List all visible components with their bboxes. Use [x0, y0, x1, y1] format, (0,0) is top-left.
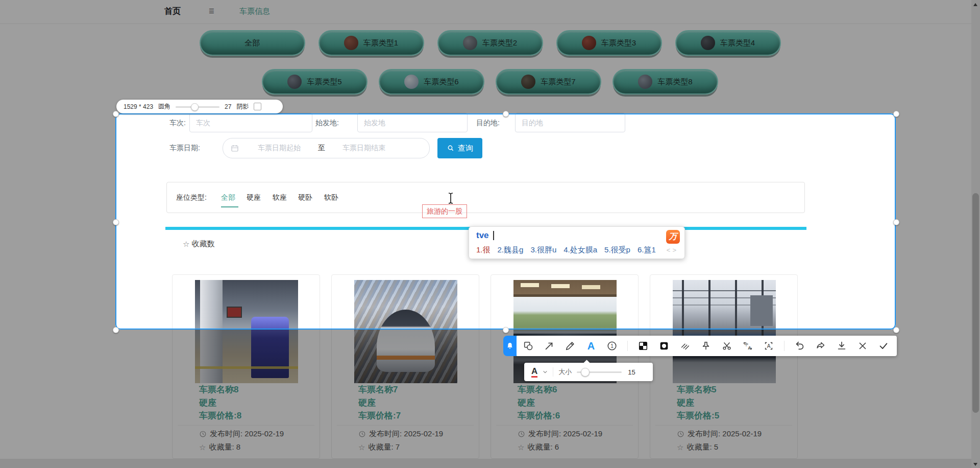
card-name: 车票名称5 [677, 384, 716, 395]
card-publish-time: 发布时间: 2025-02-19 [369, 429, 443, 439]
corner-radius-label: 圆角 [158, 102, 170, 111]
category-button-type2[interactable]: 车票类型2 [437, 30, 543, 56]
card-divider [337, 425, 474, 426]
text-annotation-box[interactable]: 旅游的一股 [422, 204, 467, 218]
card-name: 车票名称7 [358, 384, 398, 395]
snip-app-tab[interactable] [503, 336, 517, 356]
card-favorites: 收藏量: 8 [209, 442, 240, 452]
ime-candidate[interactable]: 2.魏县g [498, 245, 524, 255]
selection-handle-top-mid[interactable] [503, 111, 509, 117]
category-thumbnail [521, 75, 535, 89]
star-icon: ☆ [358, 443, 365, 452]
category-button-type5[interactable]: 车票类型5 [262, 69, 368, 95]
ime-candidate[interactable]: 3.很胖u [530, 245, 556, 255]
font-size-slider[interactable] [577, 368, 622, 376]
category-thumbnail [638, 75, 652, 89]
category-label: 车票类型3 [601, 38, 636, 48]
svg-text:1: 1 [610, 343, 614, 349]
ime-pager: <> [667, 246, 678, 254]
ime-next-icon[interactable]: > [672, 246, 678, 254]
snip-selection-region[interactable] [115, 113, 896, 330]
card-publish-row: 发布时间: 2025-02-19 [199, 429, 284, 439]
clock-icon [199, 430, 207, 438]
text-tool-icon[interactable]: A [585, 340, 597, 352]
arrow-tool-icon[interactable] [544, 340, 555, 352]
ime-logo-icon[interactable]: 万 [666, 230, 680, 244]
star-icon: ☆ [677, 443, 683, 452]
ime-prev-icon[interactable]: < [667, 246, 673, 254]
scroll-up-arrow-icon[interactable] [973, 3, 977, 6]
category-label: 车票类型4 [720, 38, 755, 48]
hatch-tool-icon[interactable] [679, 340, 691, 352]
pin-tool-icon[interactable] [700, 340, 712, 352]
card-publish-row: 发布时间: 2025-02-19 [677, 429, 762, 439]
selection-size-readout: 1529 * 423 [124, 103, 153, 110]
step-number-tool-icon[interactable]: 1 [606, 340, 618, 352]
category-button-all[interactable]: 全部 [200, 30, 305, 56]
card-favorites-row: ☆ 收藏量: 8 [199, 442, 240, 452]
ime-candidate[interactable]: 6.簋1 [638, 245, 656, 255]
selection-handle-left-mid[interactable] [113, 219, 119, 225]
clock-icon [677, 430, 684, 438]
selection-handle-bottom-right[interactable] [893, 327, 899, 333]
category-label: 车票类型6 [424, 77, 458, 87]
category-label: 全部 [244, 38, 260, 48]
menu-icon[interactable]: ☰ [209, 8, 214, 15]
toolbar-divider [784, 341, 785, 351]
ime-candidate[interactable]: 1.很 [476, 245, 491, 255]
category-label: 车票类型7 [541, 77, 575, 87]
card-divider [655, 425, 792, 426]
share-icon[interactable] [815, 340, 826, 352]
undo-icon[interactable] [794, 340, 805, 352]
category-thumbnail [404, 75, 419, 89]
download-icon[interactable] [836, 340, 847, 352]
text-color-picker[interactable]: A [531, 367, 537, 378]
category-thumbnail [287, 75, 302, 89]
scroll-down-arrow-icon[interactable] [973, 463, 977, 466]
ime-candidate[interactable]: 5.很受p [604, 245, 630, 255]
nav-ticket-info-link[interactable]: 车票信息 [239, 7, 270, 16]
shadow-label: 阴影 [236, 102, 249, 111]
category-button-type6[interactable]: 车票类型6 [379, 69, 484, 95]
corner-radius-slider[interactable] [176, 103, 219, 110]
selection-handle-top-right[interactable] [893, 111, 899, 117]
snip-info-bar: 1529 * 423 圆角 27 阴影 [116, 100, 283, 113]
card-price: 车票价格:6 [518, 410, 560, 422]
category-button-type7[interactable]: 车票类型7 [496, 69, 601, 95]
confirm-icon[interactable] [878, 340, 889, 352]
mosaic-tool-icon[interactable] [638, 340, 649, 352]
card-favorites-row: ☆ 收藏量: 7 [358, 442, 400, 452]
ime-candidate[interactable]: 4.处女膜a [564, 245, 597, 255]
top-navbar: 首页 ☰ 车票信息 [0, 0, 980, 24]
category-row-2: 车票类型5 车票类型6 车票类型7 车票类型8 [0, 69, 980, 95]
card-favorites: 收藏量: 5 [687, 442, 718, 452]
selection-handle-right-mid[interactable] [893, 219, 899, 225]
scrollbar-thumb[interactable] [972, 193, 979, 413]
category-thumbnail [701, 36, 715, 50]
blur-tool-icon[interactable] [658, 340, 670, 352]
category-label: 车票类型2 [482, 38, 517, 48]
category-button-type3[interactable]: 车票类型3 [556, 30, 662, 56]
card-publish-time: 发布时间: 2025-02-19 [688, 429, 762, 439]
ocr-tool-icon[interactable]: A [763, 340, 774, 352]
category-label: 车票类型8 [657, 77, 692, 87]
card-favorites-row: ☆ 收藏量: 6 [518, 442, 559, 452]
pen-tool-icon[interactable] [565, 340, 576, 352]
card-publish-row: 发布时间: 2025-02-19 [358, 429, 443, 439]
selection-handle-top-left[interactable] [113, 111, 119, 117]
shadow-checkbox[interactable] [254, 103, 261, 110]
selection-handle-bottom-left[interactable] [113, 327, 119, 333]
card-publish-time: 发布时间: 2025-02-19 [210, 429, 284, 439]
card-seat-type: 硬座 [518, 397, 535, 409]
selection-handle-bottom-mid[interactable] [503, 327, 509, 333]
category-button-type1[interactable]: 车票类型1 [318, 30, 424, 56]
close-icon[interactable] [857, 340, 868, 352]
category-button-type4[interactable]: 车票类型4 [675, 30, 781, 56]
translate-tool-icon[interactable]: 中A [742, 340, 753, 352]
cut-tool-icon[interactable] [721, 340, 732, 352]
nav-home-link[interactable]: 首页 [164, 6, 181, 17]
vertical-scrollbar[interactable] [971, 0, 980, 468]
category-button-type8[interactable]: 车票类型8 [612, 69, 718, 95]
shapes-tool-icon[interactable] [523, 340, 534, 352]
chevron-down-icon[interactable] [543, 369, 548, 375]
